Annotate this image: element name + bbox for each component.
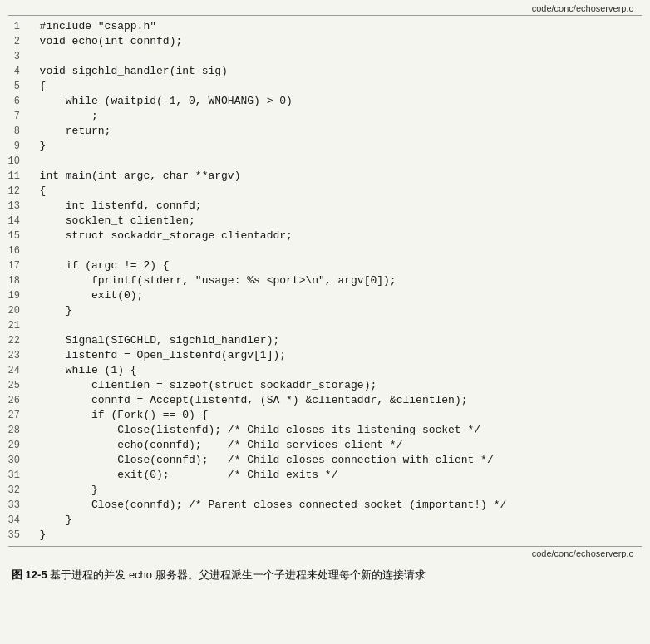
code-block: 1 #include "csapp.h"2 void echo(int conn…	[0, 16, 650, 546]
line-content: }	[27, 303, 72, 318]
line-content: listenfd = Open_listenfd(argv[1]);	[27, 348, 286, 363]
code-line: 28 Close(listenfd); /* Child closes its …	[3, 423, 642, 438]
line-content: #include "csapp.h"	[27, 19, 156, 34]
line-content: void echo(int connfd);	[27, 34, 182, 49]
line-content: socklen_t clientlen;	[27, 214, 195, 229]
line-number: 19	[3, 288, 27, 303]
line-content: Signal(SIGCHLD, sigchld_handler);	[27, 333, 279, 348]
line-number: 32	[3, 483, 27, 498]
line-number: 18	[3, 273, 27, 288]
line-number: 34	[3, 513, 27, 528]
code-line: 12 {	[3, 184, 642, 199]
line-number: 14	[3, 214, 27, 229]
line-number: 20	[3, 303, 27, 318]
code-line: 30 Close(connfd); /* Child closes connec…	[3, 453, 642, 468]
code-line: 23 listenfd = Open_listenfd(argv[1]);	[3, 348, 642, 363]
line-number: 2	[3, 34, 27, 49]
code-line: 7 ;	[3, 109, 642, 124]
line-content: Close(connfd); /* Parent closes connecte…	[27, 498, 506, 513]
code-line: 35 }	[3, 528, 642, 543]
code-line: 24 while (1) {	[3, 363, 642, 378]
line-number: 33	[3, 498, 27, 513]
line-number: 9	[3, 139, 27, 154]
code-line: 8 return;	[3, 124, 642, 139]
line-number: 13	[3, 199, 27, 214]
code-line: 19 exit(0);	[3, 288, 642, 303]
line-number: 6	[3, 94, 27, 109]
line-number: 25	[3, 378, 27, 393]
filename-top: code/conc/echoserverp.c	[8, 0, 642, 16]
line-number: 3	[3, 49, 27, 64]
code-line: 22 Signal(SIGCHLD, sigchld_handler);	[3, 333, 642, 348]
line-number: 15	[3, 229, 27, 243]
line-number: 4	[3, 64, 27, 79]
line-number: 10	[3, 154, 27, 169]
line-content: void sigchld_handler(int sig)	[27, 64, 228, 79]
line-content: Close(listenfd); /* Child closes its lis…	[27, 423, 480, 438]
code-line: 15 struct sockaddr_storage clientaddr;	[3, 229, 642, 243]
code-line: 31 exit(0); /* Child exits */	[3, 468, 642, 483]
line-number: 26	[3, 393, 27, 408]
line-content: fprintf(stderr, "usage: %s <port>\n", ar…	[27, 273, 396, 288]
code-line: 32 }	[3, 483, 642, 498]
code-line: 2 void echo(int connfd);	[3, 34, 642, 49]
line-content: return;	[27, 124, 111, 139]
line-number: 30	[3, 453, 27, 468]
code-line: 5 {	[3, 79, 642, 94]
line-content: while (1) {	[27, 363, 137, 378]
code-line: 20 }	[3, 303, 642, 318]
line-number: 5	[3, 79, 27, 94]
code-line: 1 #include "csapp.h"	[3, 19, 642, 34]
line-number: 7	[3, 109, 27, 124]
line-content: struct sockaddr_storage clientaddr;	[27, 229, 293, 243]
caption: 图 12-5 基于进程的并发 echo 服务器。父进程派生一个子进程来处理每个新…	[0, 560, 650, 592]
line-number: 1	[3, 19, 27, 34]
code-line: 16	[3, 243, 642, 258]
line-content: exit(0); /* Child exits */	[27, 468, 337, 483]
code-line: 27 if (Fork() == 0) {	[3, 408, 642, 423]
code-line: 26 connfd = Accept(listenfd, (SA *) &cli…	[3, 393, 642, 408]
code-line: 29 echo(connfd); /* Child services clien…	[3, 438, 642, 453]
main-container: code/conc/echoserverp.c 1 #include "csap…	[0, 0, 650, 592]
code-line: 6 while (waitpid(-1, 0, WNOHANG) > 0)	[3, 94, 642, 109]
code-line: 34 }	[3, 513, 642, 528]
line-number: 8	[3, 124, 27, 139]
line-content: ;	[27, 109, 98, 124]
line-number: 22	[3, 333, 27, 348]
line-number: 12	[3, 184, 27, 199]
code-line: 3	[3, 49, 642, 64]
filename-bottom: code/conc/echoserverp.c	[8, 546, 642, 560]
code-line: 13 int listenfd, connfd;	[3, 199, 642, 214]
code-line: 33 Close(connfd); /* Parent closes conne…	[3, 498, 642, 513]
caption-label: 图 12-5	[12, 568, 47, 581]
code-line: 10	[3, 154, 642, 169]
line-content: if (argc != 2) {	[27, 258, 170, 273]
code-line: 21	[3, 318, 642, 333]
line-number: 28	[3, 423, 27, 438]
line-content: }	[27, 528, 46, 543]
code-line: 14 socklen_t clientlen;	[3, 214, 642, 229]
code-line: 9 }	[3, 139, 642, 154]
line-content: exit(0);	[27, 288, 143, 303]
line-content: connfd = Accept(listenfd, (SA *) &client…	[27, 393, 468, 408]
code-line: 17 if (argc != 2) {	[3, 258, 642, 273]
line-number: 29	[3, 438, 27, 453]
line-number: 16	[3, 243, 27, 258]
line-number: 24	[3, 363, 27, 378]
line-content: clientlen = sizeof(struct sockaddr_stora…	[27, 378, 377, 393]
caption-text: 基于进程的并发 echo 服务器。父进程派生一个子进程来处理每个新的连接请求	[50, 568, 425, 581]
line-content: }	[27, 513, 72, 528]
line-content: {	[27, 79, 46, 94]
line-content: echo(connfd); /* Child services client *…	[27, 438, 402, 453]
line-content: int main(int argc, char **argv)	[27, 169, 240, 184]
line-number: 17	[3, 258, 27, 273]
code-line: 11 int main(int argc, char **argv)	[3, 169, 642, 184]
line-content: {	[27, 184, 46, 199]
code-line: 18 fprintf(stderr, "usage: %s <port>\n",…	[3, 273, 642, 288]
line-number: 23	[3, 348, 27, 363]
line-number: 27	[3, 408, 27, 423]
line-content: if (Fork() == 0) {	[27, 408, 208, 423]
line-number: 35	[3, 528, 27, 543]
line-content: int listenfd, connfd;	[27, 199, 202, 214]
line-content: Close(connfd); /* Child closes connectio…	[27, 453, 494, 468]
